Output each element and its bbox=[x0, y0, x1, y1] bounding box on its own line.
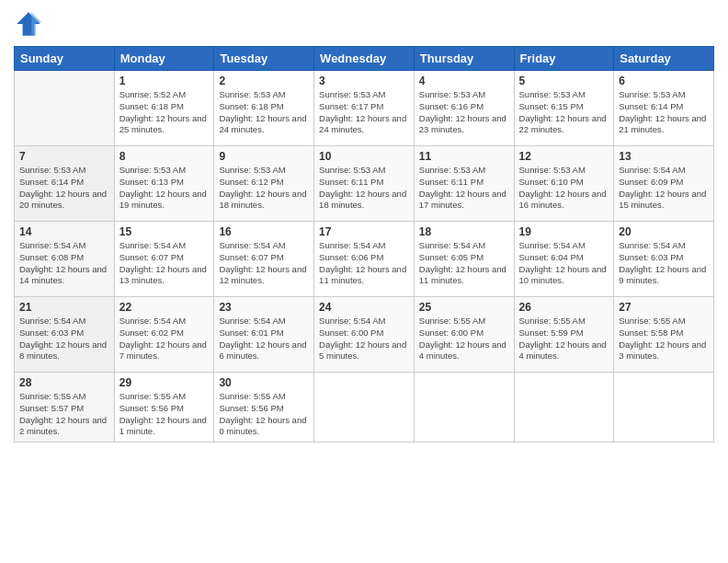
day-number: 9 bbox=[219, 150, 309, 163]
week-row: 7Sunrise: 5:53 AM Sunset: 6:14 PM Daylig… bbox=[15, 146, 714, 222]
cell-details: Sunrise: 5:53 AM Sunset: 6:13 PM Dayligh… bbox=[119, 165, 210, 212]
day-number: 18 bbox=[419, 225, 509, 238]
day-number: 13 bbox=[619, 150, 709, 163]
day-number: 8 bbox=[119, 150, 210, 163]
day-number: 20 bbox=[619, 225, 709, 238]
calendar-cell: 21Sunrise: 5:54 AM Sunset: 6:03 PM Dayli… bbox=[15, 297, 115, 373]
calendar-cell: 24Sunrise: 5:54 AM Sunset: 6:00 PM Dayli… bbox=[314, 297, 415, 373]
cell-details: Sunrise: 5:54 AM Sunset: 6:06 PM Dayligh… bbox=[319, 240, 409, 287]
week-row: 14Sunrise: 5:54 AM Sunset: 6:08 PM Dayli… bbox=[15, 222, 714, 297]
calendar-cell: 2Sunrise: 5:53 AM Sunset: 6:18 PM Daylig… bbox=[214, 71, 314, 146]
calendar-cell: 13Sunrise: 5:54 AM Sunset: 6:09 PM Dayli… bbox=[614, 146, 714, 222]
week-row: 1Sunrise: 5:52 AM Sunset: 6:18 PM Daylig… bbox=[15, 71, 714, 146]
cell-details: Sunrise: 5:53 AM Sunset: 6:10 PM Dayligh… bbox=[519, 165, 609, 212]
calendar-cell: 28Sunrise: 5:55 AM Sunset: 5:57 PM Dayli… bbox=[15, 373, 115, 442]
week-row: 28Sunrise: 5:55 AM Sunset: 5:57 PM Dayli… bbox=[15, 373, 714, 442]
calendar-cell: 16Sunrise: 5:54 AM Sunset: 6:07 PM Dayli… bbox=[214, 222, 314, 297]
cell-details: Sunrise: 5:54 AM Sunset: 6:01 PM Dayligh… bbox=[219, 316, 309, 362]
day-header: Thursday bbox=[414, 47, 514, 71]
day-number: 15 bbox=[119, 225, 210, 238]
day-number: 27 bbox=[619, 301, 709, 314]
cell-details: Sunrise: 5:53 AM Sunset: 6:18 PM Dayligh… bbox=[219, 89, 309, 136]
page: SundayMondayTuesdayWednesdayThursdayFrid… bbox=[0, 0, 728, 563]
cell-details: Sunrise: 5:53 AM Sunset: 6:15 PM Dayligh… bbox=[519, 89, 609, 136]
day-header: Friday bbox=[514, 47, 614, 71]
calendar-cell: 4Sunrise: 5:53 AM Sunset: 6:16 PM Daylig… bbox=[414, 71, 514, 146]
svg-marker-0 bbox=[17, 12, 40, 36]
day-number: 16 bbox=[219, 225, 309, 238]
calendar-cell: 1Sunrise: 5:52 AM Sunset: 6:18 PM Daylig… bbox=[114, 71, 214, 146]
cell-details: Sunrise: 5:53 AM Sunset: 6:16 PM Dayligh… bbox=[419, 89, 509, 136]
calendar-cell: 20Sunrise: 5:54 AM Sunset: 6:03 PM Dayli… bbox=[614, 222, 714, 297]
cell-details: Sunrise: 5:54 AM Sunset: 6:04 PM Dayligh… bbox=[519, 240, 609, 287]
cell-details: Sunrise: 5:54 AM Sunset: 6:03 PM Dayligh… bbox=[19, 316, 109, 362]
day-number: 22 bbox=[119, 301, 210, 314]
cell-details: Sunrise: 5:55 AM Sunset: 5:58 PM Dayligh… bbox=[619, 316, 709, 362]
day-number: 28 bbox=[19, 376, 109, 389]
cell-details: Sunrise: 5:54 AM Sunset: 6:05 PM Dayligh… bbox=[419, 240, 509, 287]
header-row: SundayMondayTuesdayWednesdayThursdayFrid… bbox=[15, 47, 714, 71]
header bbox=[14, 9, 714, 39]
day-number: 2 bbox=[219, 75, 309, 87]
calendar-cell bbox=[514, 373, 614, 442]
logo bbox=[14, 9, 47, 39]
cell-details: Sunrise: 5:54 AM Sunset: 6:08 PM Dayligh… bbox=[19, 240, 109, 287]
day-header: Sunday bbox=[15, 47, 115, 71]
calendar-cell bbox=[614, 373, 714, 442]
day-number: 3 bbox=[319, 75, 409, 87]
calendar-cell: 19Sunrise: 5:54 AM Sunset: 6:04 PM Dayli… bbox=[514, 222, 614, 297]
day-number: 21 bbox=[19, 301, 109, 314]
calendar-cell: 25Sunrise: 5:55 AM Sunset: 6:00 PM Dayli… bbox=[414, 297, 514, 373]
calendar-cell: 8Sunrise: 5:53 AM Sunset: 6:13 PM Daylig… bbox=[114, 146, 214, 222]
calendar-cell: 29Sunrise: 5:55 AM Sunset: 5:56 PM Dayli… bbox=[114, 373, 214, 442]
day-number: 12 bbox=[519, 150, 609, 163]
cell-details: Sunrise: 5:54 AM Sunset: 6:00 PM Dayligh… bbox=[319, 316, 409, 362]
day-number: 10 bbox=[319, 150, 409, 163]
day-number: 14 bbox=[19, 225, 109, 238]
cell-details: Sunrise: 5:54 AM Sunset: 6:09 PM Dayligh… bbox=[619, 165, 709, 212]
day-number: 6 bbox=[619, 75, 709, 87]
day-number: 17 bbox=[319, 225, 409, 238]
cell-details: Sunrise: 5:54 AM Sunset: 6:07 PM Dayligh… bbox=[219, 240, 309, 287]
cell-details: Sunrise: 5:55 AM Sunset: 5:56 PM Dayligh… bbox=[119, 391, 210, 438]
week-row: 21Sunrise: 5:54 AM Sunset: 6:03 PM Dayli… bbox=[15, 297, 714, 373]
cell-details: Sunrise: 5:53 AM Sunset: 6:11 PM Dayligh… bbox=[319, 165, 409, 212]
calendar-cell: 26Sunrise: 5:55 AM Sunset: 5:59 PM Dayli… bbox=[514, 297, 614, 373]
calendar-cell: 10Sunrise: 5:53 AM Sunset: 6:11 PM Dayli… bbox=[314, 146, 415, 222]
calendar-cell bbox=[15, 71, 115, 146]
day-number: 19 bbox=[519, 225, 609, 238]
calendar-cell: 15Sunrise: 5:54 AM Sunset: 6:07 PM Dayli… bbox=[114, 222, 214, 297]
day-number: 30 bbox=[219, 376, 309, 389]
calendar-table: SundayMondayTuesdayWednesdayThursdayFrid… bbox=[14, 46, 714, 442]
day-number: 7 bbox=[19, 150, 109, 163]
day-header: Monday bbox=[114, 47, 214, 71]
cell-details: Sunrise: 5:55 AM Sunset: 6:00 PM Dayligh… bbox=[419, 316, 509, 362]
calendar-cell: 12Sunrise: 5:53 AM Sunset: 6:10 PM Dayli… bbox=[514, 146, 614, 222]
logo-icon bbox=[14, 9, 43, 39]
calendar-cell: 9Sunrise: 5:53 AM Sunset: 6:12 PM Daylig… bbox=[214, 146, 314, 222]
cell-details: Sunrise: 5:54 AM Sunset: 6:07 PM Dayligh… bbox=[119, 240, 210, 287]
calendar-cell: 22Sunrise: 5:54 AM Sunset: 6:02 PM Dayli… bbox=[114, 297, 214, 373]
calendar-cell: 14Sunrise: 5:54 AM Sunset: 6:08 PM Dayli… bbox=[15, 222, 115, 297]
day-number: 1 bbox=[119, 75, 210, 87]
cell-details: Sunrise: 5:53 AM Sunset: 6:11 PM Dayligh… bbox=[419, 165, 509, 212]
cell-details: Sunrise: 5:54 AM Sunset: 6:03 PM Dayligh… bbox=[619, 240, 709, 287]
cell-details: Sunrise: 5:54 AM Sunset: 6:02 PM Dayligh… bbox=[119, 316, 210, 362]
cell-details: Sunrise: 5:53 AM Sunset: 6:14 PM Dayligh… bbox=[619, 89, 709, 136]
calendar-cell: 3Sunrise: 5:53 AM Sunset: 6:17 PM Daylig… bbox=[314, 71, 415, 146]
cell-details: Sunrise: 5:55 AM Sunset: 5:59 PM Dayligh… bbox=[519, 316, 609, 362]
day-number: 24 bbox=[319, 301, 409, 314]
day-header: Saturday bbox=[614, 47, 714, 71]
calendar-cell: 18Sunrise: 5:54 AM Sunset: 6:05 PM Dayli… bbox=[414, 222, 514, 297]
day-number: 26 bbox=[519, 301, 609, 314]
day-number: 5 bbox=[519, 75, 609, 87]
cell-details: Sunrise: 5:53 AM Sunset: 6:12 PM Dayligh… bbox=[219, 165, 309, 212]
calendar-cell: 7Sunrise: 5:53 AM Sunset: 6:14 PM Daylig… bbox=[15, 146, 115, 222]
day-header: Tuesday bbox=[214, 47, 314, 71]
calendar-cell: 27Sunrise: 5:55 AM Sunset: 5:58 PM Dayli… bbox=[614, 297, 714, 373]
calendar-cell: 5Sunrise: 5:53 AM Sunset: 6:15 PM Daylig… bbox=[514, 71, 614, 146]
calendar-cell: 30Sunrise: 5:55 AM Sunset: 5:56 PM Dayli… bbox=[214, 373, 314, 442]
day-number: 23 bbox=[219, 301, 309, 314]
day-number: 25 bbox=[419, 301, 509, 314]
calendar-cell bbox=[314, 373, 415, 442]
